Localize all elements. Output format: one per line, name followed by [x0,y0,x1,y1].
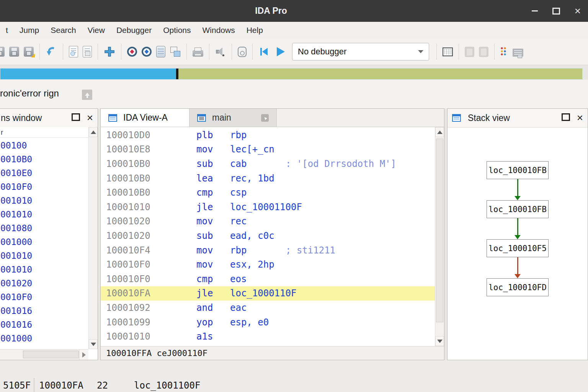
function-list-item[interactable]: 001010 [0,263,88,276]
row-address: 100010F4 [101,245,196,256]
function-list-item[interactable]: 0010E0 [0,166,88,180]
maximize-button[interactable] [551,6,561,16]
colors-icon[interactable] [500,47,508,57]
navigation-band[interactable] [0,68,583,80]
toolbar-separator [121,44,121,60]
function-list-item[interactable]: 001010 [0,194,88,207]
disassembly-row[interactable]: 10001099 yop esp, e0 [101,315,435,330]
disassembly-row[interactable]: 10001020 sub ead, c0c [101,229,435,243]
menu-item[interactable]: View [82,22,111,39]
tab-main[interactable]: main ▲ [189,109,277,127]
function-list-item[interactable]: 001010 [0,249,88,263]
database-icon[interactable] [156,46,165,57]
export-data-icon[interactable] [69,46,78,57]
breakpoints-icon[interactable] [465,47,474,57]
save-as-icon[interactable] [24,47,34,57]
row-mnemonic: a1s [196,331,230,342]
flow-node[interactable]: loc_100010FD [487,278,549,296]
flow-node[interactable]: loc_100010FB [487,200,549,218]
menu-item[interactable]: t [0,22,14,39]
disassembly-row[interactable]: 100010D0 plb rbp [101,128,435,142]
patch-icon[interactable] [104,46,115,57]
record-blue-icon[interactable] [142,47,152,57]
cascade-windows-icon[interactable] [170,46,181,57]
menu-item[interactable]: Options [157,22,196,39]
record-red-icon[interactable] [127,47,137,57]
scroll-right-button[interactable] [79,350,88,360]
functions-column-header[interactable]: r [0,127,88,138]
row-operands: cab [230,158,286,169]
disassembly-row[interactable]: 10001010 jle loc_10001100F [101,200,435,214]
navigator-button[interactable] [82,90,92,100]
disassembly-row[interactable]: 10001010 a1s [101,329,435,344]
function-list-item[interactable]: 001010 [0,207,88,221]
vertical-scroll-thumb[interactable] [436,139,443,322]
table-icon[interactable] [443,47,453,56]
close-panel-button[interactable]: × [87,114,93,122]
close-panel-button[interactable]: × [577,114,583,122]
function-list-item[interactable]: 001000 [0,332,88,345]
listing-vertical-scrollbar[interactable] [435,127,444,346]
menu-item[interactable]: Debugger [111,22,157,39]
import-grid-icon [85,51,90,56]
disassembly-row[interactable]: 100010FA jle loc_1000110F [101,286,435,301]
save-all-icon[interactable] [9,47,19,57]
disassembly-row[interactable]: 100010B0 cmp csp [101,185,435,200]
function-list-item[interactable]: 0010F0 [0,290,88,304]
flow-arrow-icon [514,257,521,278]
close-button[interactable]: × [573,6,583,16]
printer-icon[interactable] [193,50,203,57]
functions-horizontal-scrollbar[interactable] [0,349,88,360]
function-list-item[interactable]: 0010F0 [0,180,88,194]
function-list-item[interactable]: 00100 [0,139,88,152]
save-icon[interactable] [0,47,5,57]
function-list-item[interactable]: 0010B0 [0,152,88,166]
row-address: 100010B0 [101,158,196,169]
restore-icon [562,113,570,121]
menu-item[interactable]: Search [45,22,82,39]
triangle-down-icon [437,340,443,343]
row-address: 10001092 [101,302,196,313]
scroll-up-button[interactable] [89,127,98,137]
watches-icon[interactable] [479,47,488,57]
scroll-up-button[interactable] [435,127,444,137]
tab-ida-view-a[interactable]: IDA View-A [101,109,189,127]
disassembly-row[interactable]: 100010F0 mov esx, 2hp [101,257,435,272]
scroll-down-button[interactable] [89,339,98,349]
flow-node[interactable]: loc_100010F5 [487,239,549,257]
disassembly-row[interactable]: 100010E8 mov lec[+_cn [101,142,435,157]
disassembly-row[interactable]: 100010F0 cmp eos [101,272,435,286]
jump-back-icon[interactable] [46,46,57,57]
minimize-button[interactable] [530,6,540,16]
restore-button[interactable] [562,113,570,122]
sound-icon[interactable] [215,46,226,57]
function-list-item[interactable]: 001016 [0,318,88,332]
row-operands: esx, 2hp [230,259,286,270]
disassembly-row[interactable]: 100010F4 mov rbp ; sti1211 [101,243,435,258]
debugger-select[interactable]: No debugger [292,43,429,60]
output-window-icon[interactable] [513,49,523,57]
disassembly-row[interactable]: 10001020 mov rec [101,214,435,229]
debug-step-back-icon[interactable] [258,46,270,57]
import-data-icon[interactable] [83,46,92,57]
horizontal-scroll-thumb[interactable] [23,351,79,358]
undock-button[interactable]: ▲ [261,114,269,122]
function-list-item[interactable]: 001080 [0,221,88,235]
restore-button[interactable] [72,113,80,122]
disassembly-row[interactable]: 10001092 and eac [101,301,435,315]
flow-node[interactable]: loc_100010FB [487,161,549,179]
menu-item[interactable]: Help [241,22,269,39]
toolbar-separator [436,44,437,60]
disassembly-row[interactable]: 100010B0 sub cab : '[od Drrsodoth M'] [101,157,435,171]
function-list-item[interactable]: 001020 [0,276,88,290]
menu-item[interactable]: Jump [14,22,45,39]
menu-item[interactable]: Windows [197,22,241,39]
debug-run-icon[interactable] [274,46,286,57]
functions-vertical-scrollbar[interactable] [88,127,98,349]
disassembly-row[interactable]: 100010B0 lea rec, 1bd [101,171,435,186]
function-list-item[interactable]: 001016 [0,304,88,318]
function-list-item[interactable]: 001000 [0,235,88,249]
scroll-down-button[interactable] [435,336,444,346]
functions-list: 00100 0010B0 0010E0 0010F0 001010 001010… [0,139,88,349]
shell-icon[interactable] [238,47,247,57]
